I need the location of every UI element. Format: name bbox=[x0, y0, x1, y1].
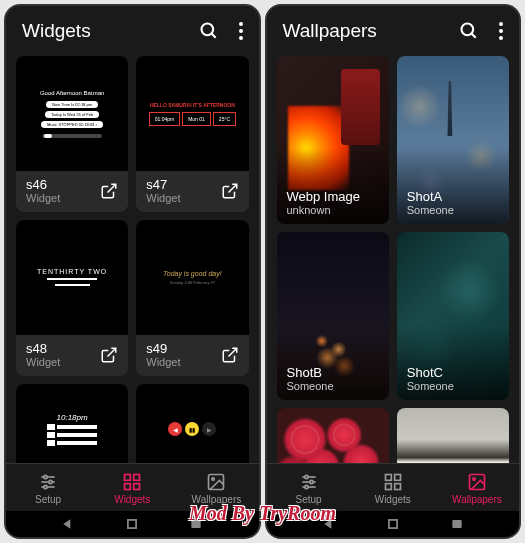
svg-rect-36 bbox=[389, 520, 397, 528]
preview-text: Now Time Is 02:18 pm bbox=[46, 101, 98, 108]
svg-rect-13 bbox=[125, 484, 131, 490]
svg-point-10 bbox=[44, 485, 47, 488]
open-icon[interactable] bbox=[221, 346, 239, 364]
card-subtitle: Widget bbox=[146, 192, 214, 204]
svg-point-27 bbox=[304, 475, 307, 478]
svg-point-29 bbox=[304, 485, 307, 488]
nav-label: Widgets bbox=[375, 494, 411, 505]
svg-rect-33 bbox=[394, 484, 400, 490]
home-icon[interactable] bbox=[125, 517, 139, 531]
card-subtitle: Someone bbox=[287, 380, 334, 392]
svg-rect-12 bbox=[134, 475, 140, 481]
nav-label: Wallpapers bbox=[452, 494, 502, 505]
widget-card[interactable]: 10:18pm bbox=[16, 384, 128, 463]
preview-text: TENTHIRTY TWO bbox=[37, 268, 107, 275]
open-icon[interactable] bbox=[100, 182, 118, 200]
svg-point-23 bbox=[499, 36, 503, 40]
header: Widgets bbox=[6, 6, 259, 56]
preview-text: Good Afternoon Batman bbox=[40, 90, 104, 96]
svg-point-35 bbox=[473, 478, 476, 481]
svg-line-20 bbox=[472, 34, 476, 38]
svg-point-19 bbox=[462, 24, 474, 36]
card-title: s49 bbox=[146, 341, 214, 356]
svg-point-2 bbox=[239, 22, 243, 26]
svg-rect-14 bbox=[134, 484, 140, 490]
open-icon[interactable] bbox=[100, 346, 118, 364]
search-icon[interactable] bbox=[459, 21, 479, 41]
preview-text: 25°C bbox=[213, 112, 236, 126]
preview-text: Today Is Wed 26 of Feb bbox=[45, 111, 99, 118]
svg-point-8 bbox=[44, 475, 47, 478]
nav-wallpapers[interactable]: Wallpapers bbox=[435, 472, 519, 505]
svg-point-21 bbox=[499, 22, 503, 26]
card-subtitle: Widget bbox=[146, 356, 214, 368]
card-title: s47 bbox=[146, 177, 214, 192]
svg-point-4 bbox=[239, 36, 243, 40]
widget-card[interactable]: TENTHIRTY TWO s48 Widget bbox=[16, 220, 128, 376]
svg-point-28 bbox=[309, 480, 312, 483]
card-title: s48 bbox=[26, 341, 94, 356]
phone-right: Wallpapers Webp Imageunknown ShotASomeon… bbox=[265, 4, 522, 539]
svg-rect-30 bbox=[385, 475, 391, 481]
card-title: ShotA bbox=[407, 189, 454, 204]
card-title: ShotC bbox=[407, 365, 454, 380]
page-title: Widgets bbox=[22, 20, 199, 42]
search-icon[interactable] bbox=[199, 21, 219, 41]
svg-point-3 bbox=[239, 29, 243, 33]
home-icon[interactable] bbox=[386, 517, 400, 531]
widget-grid: Good Afternoon Batman Now Time Is 02:18 … bbox=[6, 56, 259, 463]
svg-rect-32 bbox=[385, 484, 391, 490]
nav-wallpapers[interactable]: Wallpapers bbox=[174, 472, 258, 505]
preview-text: Today is good day! bbox=[163, 270, 222, 277]
card-title: s46 bbox=[26, 177, 94, 192]
wallpaper-card[interactable] bbox=[277, 408, 389, 463]
back-icon[interactable] bbox=[61, 517, 75, 531]
nav-setup[interactable]: Setup bbox=[267, 472, 351, 505]
more-icon[interactable] bbox=[239, 22, 243, 40]
widget-card[interactable]: ◀ ▮▮ ▶ bbox=[136, 384, 248, 463]
svg-rect-37 bbox=[452, 520, 461, 528]
card-subtitle: unknown bbox=[287, 204, 360, 216]
page-title: Wallpapers bbox=[283, 20, 460, 42]
card-title: ShotB bbox=[287, 365, 334, 380]
card-subtitle: Widget bbox=[26, 192, 94, 204]
widget-card[interactable]: Today is good day! Sunday 2:45 February … bbox=[136, 220, 248, 376]
svg-point-9 bbox=[49, 480, 52, 483]
preview-text: Sunday 2:45 February 27 bbox=[170, 280, 215, 285]
wallpaper-grid: Webp Imageunknown ShotASomeone ShotBSome… bbox=[267, 56, 520, 463]
nav-widgets[interactable]: Widgets bbox=[90, 472, 174, 505]
recent-icon[interactable] bbox=[450, 517, 464, 531]
preview-text: 01:04pm bbox=[149, 112, 180, 126]
widget-card[interactable]: HELLO SAMURAI IT'S AFTERNOON 01:04pm Mon… bbox=[136, 56, 248, 212]
watermark: Mod By TryRoom bbox=[189, 502, 336, 525]
nav-setup[interactable]: Setup bbox=[6, 472, 90, 505]
preview-text: Music STOPPED 02:18:03 ♪ bbox=[41, 121, 103, 128]
wallpaper-card[interactable]: ShotASomeone bbox=[397, 56, 509, 224]
svg-point-0 bbox=[201, 24, 213, 36]
nav-widgets[interactable]: Widgets bbox=[351, 472, 435, 505]
header: Wallpapers bbox=[267, 6, 520, 56]
open-icon[interactable] bbox=[221, 182, 239, 200]
svg-rect-11 bbox=[125, 475, 131, 481]
svg-point-16 bbox=[212, 478, 215, 481]
wallpaper-card[interactable]: ShotCSomeone bbox=[397, 232, 509, 400]
wallpaper-card[interactable]: ShotBSomeone bbox=[277, 232, 389, 400]
preview-text: 10:18pm bbox=[57, 413, 88, 422]
nav-label: Widgets bbox=[114, 494, 150, 505]
preview-text: Mon 01 bbox=[182, 112, 211, 126]
card-subtitle: Widget bbox=[26, 356, 94, 368]
widget-card[interactable]: Good Afternoon Batman Now Time Is 02:18 … bbox=[16, 56, 128, 212]
svg-rect-31 bbox=[394, 475, 400, 481]
wallpaper-card[interactable] bbox=[397, 408, 509, 463]
card-title: Webp Image bbox=[287, 189, 360, 204]
card-subtitle: Someone bbox=[407, 380, 454, 392]
svg-line-1 bbox=[211, 34, 215, 38]
preview-text: HELLO SAMURAI IT'S AFTERNOON bbox=[150, 102, 235, 108]
svg-rect-17 bbox=[128, 520, 136, 528]
phone-left: Widgets Good Afternoon Batman Now Time I… bbox=[4, 4, 261, 539]
card-subtitle: Someone bbox=[407, 204, 454, 216]
svg-point-22 bbox=[499, 29, 503, 33]
more-icon[interactable] bbox=[499, 22, 503, 40]
nav-label: Setup bbox=[35, 494, 61, 505]
wallpaper-card[interactable]: Webp Imageunknown bbox=[277, 56, 389, 224]
